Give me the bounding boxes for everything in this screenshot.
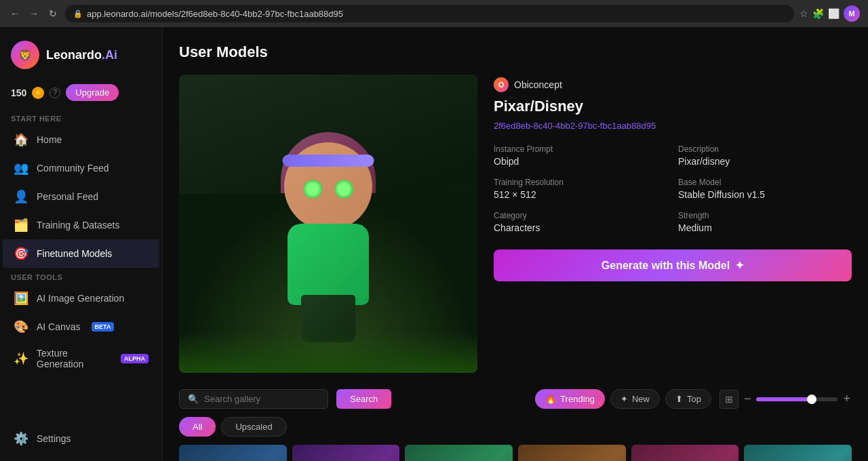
generate-label: Generate with this Model (601, 260, 730, 272)
home-icon: 🏠 (14, 132, 28, 147)
credits-bar: 150 ⚡ ? Upgrade (0, 80, 162, 109)
top-icon: ⬆ (675, 394, 683, 404)
finetuned-icon: 🎯 (14, 246, 28, 261)
search-input[interactable] (204, 394, 319, 404)
gallery-item[interactable] (405, 445, 513, 461)
gallery-item[interactable] (179, 445, 287, 461)
owner-name: Obiconcept (514, 79, 562, 90)
instance-prompt-label: Instance Prompt (494, 144, 667, 154)
sidebar-item-personal-feed[interactable]: 👤 Personal Feed (3, 182, 159, 211)
personal-icon: 👤 (14, 189, 28, 204)
sidebar-item-finetuned[interactable]: 🎯 Finetuned Models (3, 239, 159, 268)
filter-upscaled-btn[interactable]: Upscaled (221, 417, 286, 437)
credits-count: 150 (11, 87, 26, 98)
character-figure (260, 142, 396, 359)
model-meta-grid: Instance Prompt Obipd Description Pixar/… (494, 144, 852, 233)
main-content: User Models (163, 27, 868, 461)
extension-icon[interactable]: 🧩 (812, 8, 824, 19)
upgrade-button[interactable]: Upgrade (66, 84, 119, 101)
training-resolution-value: 512 × 512 (494, 189, 667, 200)
generate-button[interactable]: Generate with this Model ✦ (494, 249, 852, 281)
fire-icon: 🔥 (545, 394, 556, 404)
base-model-item: Base Model Stable Diffusion v1.5 (678, 178, 852, 200)
gallery-controls: 🔍 Search 🔥 Trending ✦ New ⬆ Top (179, 389, 852, 409)
model-owner: O Obiconcept (494, 77, 852, 92)
model-info: O Obiconcept Pixar/Disney 2f6ed8eb-8c40-… (494, 75, 852, 373)
gallery-item[interactable] (292, 445, 400, 461)
description-value: Pixar/disney (678, 156, 852, 167)
gallery-item[interactable] (518, 445, 626, 461)
page-title: User Models (179, 43, 852, 61)
canvas-icon: 🎨 (14, 319, 28, 334)
base-model-label: Base Model (678, 178, 852, 187)
sidebar-item-home[interactable]: 🏠 Home (3, 125, 159, 154)
search-button[interactable]: Search (336, 389, 391, 409)
sidebar-item-settings[interactable]: ⚙️ Settings (3, 424, 159, 453)
filter-buttons: All Upscaled (179, 417, 852, 437)
gallery-item[interactable] (631, 445, 739, 461)
filter-all-btn[interactable]: All (179, 417, 216, 437)
lock-icon: 🔒 (73, 9, 83, 18)
strength-item: Strength Medium (678, 211, 852, 233)
texture-badge: ALPHA (121, 354, 149, 363)
grid-view-btn[interactable]: ⊞ (719, 390, 738, 409)
filter-tabs: 🔥 Trending ✦ New ⬆ Top (535, 389, 711, 409)
tab-top[interactable]: ⬆ Top (665, 389, 711, 409)
new-icon: ✦ (620, 394, 628, 404)
browser-actions: ☆ 🧩 ⬜ M (800, 5, 860, 22)
sidebar-item-canvas[interactable]: 🎨 AI Canvas BETA (3, 313, 159, 341)
image-gen-icon: 🖼️ (14, 291, 28, 306)
model-id[interactable]: 2f6ed8eb-8c40-4bb2-97bc-fbc1aab88d95 (494, 121, 852, 131)
category-item: Category Characters (494, 211, 667, 233)
size-slider[interactable] (756, 397, 837, 401)
description-item: Description Pixar/disney (678, 144, 852, 167)
credits-icon: ⚡ (32, 87, 44, 99)
model-name: Pixar/Disney (494, 98, 852, 115)
tab-trending[interactable]: 🔥 Trending (535, 389, 605, 409)
logo-suffix: .Ai (102, 48, 117, 62)
sidebar-item-label: AI Image Generation (37, 293, 124, 304)
generate-icon: ✦ (735, 259, 744, 272)
tab-new[interactable]: ✦ New (610, 389, 660, 409)
sidebar: 🦁 Leonardo.Ai 150 ⚡ ? Upgrade Start Here… (0, 27, 163, 461)
sidebar-item-label: AI Canvas (37, 321, 81, 332)
back-btn[interactable]: ← (8, 7, 22, 20)
logo-avatar: 🦁 (11, 41, 39, 69)
refresh-btn[interactable]: ↻ (46, 7, 60, 20)
logo-text: Leonardo.Ai (46, 48, 117, 62)
bookmark-icon[interactable]: ☆ (800, 8, 808, 19)
strength-value: Medium (678, 222, 852, 233)
sidebar-item-label: Settings (37, 433, 71, 444)
canvas-badge: BETA (92, 322, 115, 332)
model-image (179, 75, 477, 373)
credits-help-icon[interactable]: ? (50, 87, 60, 98)
user-avatar[interactable]: M (844, 5, 860, 22)
zoom-plus[interactable]: + (842, 392, 852, 406)
sidebar-item-label: Community Feed (37, 163, 109, 174)
zoom-minus[interactable]: − (743, 392, 753, 406)
tabs-icon[interactable]: ⬜ (828, 8, 840, 19)
sidebar-item-label: Finetuned Models (37, 248, 112, 259)
gallery-item[interactable] (744, 445, 852, 461)
settings-icon: ⚙️ (14, 431, 28, 446)
instance-prompt-item: Instance Prompt Obipd (494, 144, 667, 167)
section-tools-label: User Tools (0, 268, 162, 284)
instance-prompt-value: Obipd (494, 156, 667, 167)
training-resolution-item: Training Resolution 512 × 512 (494, 178, 667, 200)
sidebar-item-texture[interactable]: ✨ Texture Generation ALPHA (3, 341, 159, 376)
url-bar[interactable]: 🔒 app.leonardo.ai/models/2f6ed8eb-8c40-4… (65, 5, 794, 22)
sidebar-item-label: Home (37, 134, 62, 145)
sidebar-item-image-gen[interactable]: 🖼️ AI Image Generation (3, 284, 159, 313)
category-value: Characters (494, 222, 667, 233)
category-label: Category (494, 211, 667, 220)
app-container: 🦁 Leonardo.Ai 150 ⚡ ? Upgrade Start Here… (0, 27, 868, 461)
community-icon: 👥 (14, 161, 28, 176)
training-icon: 🗂️ (14, 218, 28, 233)
sidebar-item-community-feed[interactable]: 👥 Community Feed (3, 154, 159, 182)
browser-chrome: ← → ↻ 🔒 app.leonardo.ai/models/2f6ed8eb-… (0, 0, 868, 27)
sidebar-item-training[interactable]: 🗂️ Training & Datasets (3, 211, 159, 239)
forward-btn[interactable]: → (27, 7, 41, 20)
logo[interactable]: 🦁 Leonardo.Ai (0, 35, 162, 80)
training-resolution-label: Training Resolution (494, 178, 667, 187)
search-container: 🔍 (179, 389, 328, 409)
